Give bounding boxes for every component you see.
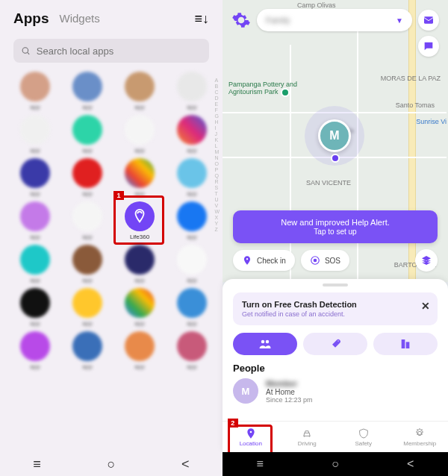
category-people-icon[interactable] (233, 333, 297, 355)
category-items-icon[interactable] (303, 333, 367, 355)
app-item[interactable]: app (169, 201, 215, 240)
chat-icon[interactable] (418, 36, 439, 57)
checkin-label: Check in (257, 257, 286, 265)
tab-label: Safety (355, 440, 372, 447)
drawer-header: Apps Widgets ≡↓ (0, 0, 223, 34)
app-item[interactable]: app (12, 288, 58, 327)
app-item[interactable]: app (116, 72, 163, 110)
app-item[interactable]: app (64, 288, 111, 327)
app-life360[interactable]: 1 Life360 (116, 201, 163, 240)
search-input[interactable] (37, 46, 202, 57)
member-map-pin[interactable]: M (318, 119, 351, 152)
life360-screen: Camp Olivas Pampanga Pottery and Agritou… (223, 0, 448, 476)
avatar: M (233, 378, 258, 404)
map-poi[interactable]: Pampanga Pottery and Agritourism Park (228, 81, 303, 97)
app-item[interactable]: app (169, 331, 215, 370)
app-item[interactable]: app (64, 115, 111, 154)
checkin-button[interactable]: Check in (233, 250, 295, 271)
person-row[interactable]: M Member At Home Since 12:23 pm (233, 378, 438, 404)
app-item[interactable]: app (64, 245, 111, 284)
highlight-box (113, 195, 164, 245)
circle-selector[interactable]: Family ▼ (257, 9, 412, 31)
people-heading: People (233, 363, 438, 374)
app-item[interactable]: app (12, 201, 58, 240)
search-bar[interactable] (13, 39, 209, 63)
app-item[interactable]: app (116, 288, 163, 327)
app-item[interactable]: app (12, 331, 58, 370)
android-nav-bar: ≡ ○ < (0, 452, 223, 476)
layers-button[interactable] (415, 249, 438, 272)
app-drawer-screen: Apps Widgets ≡↓ app app app app app app … (0, 0, 223, 476)
category-places-icon[interactable] (373, 333, 438, 355)
nav-back-icon[interactable]: < (407, 457, 414, 471)
svg-point-4 (314, 259, 317, 262)
tab-label: Membership (403, 440, 436, 447)
person-location: At Home (266, 388, 313, 396)
location-dot-icon (331, 154, 340, 163)
svg-rect-7 (402, 339, 405, 348)
svg-rect-8 (406, 342, 410, 348)
nav-recent-icon[interactable]: ≡ (257, 457, 264, 471)
app-item[interactable]: app (169, 288, 215, 327)
category-tabs (233, 333, 438, 355)
nav-back-icon[interactable]: < (181, 457, 190, 472)
app-item[interactable]: app (116, 115, 163, 154)
app-grid: app app app app app app app app app app … (0, 72, 223, 370)
messages-icon[interactable] (418, 10, 439, 31)
tab-driving[interactable]: Driving (285, 428, 329, 447)
help-alert-banner[interactable]: New and improved Help Alert. Tap to set … (233, 210, 438, 243)
circle-name: Family (266, 16, 396, 25)
app-item[interactable]: app (169, 115, 215, 154)
map-label: Camp Olivas (297, 1, 336, 9)
alpha-index[interactable]: ABCDEFGHIJKLMNOPQRSTUVWXYZ (214, 78, 220, 232)
step-badge: 1 (113, 191, 124, 200)
shield-icon (358, 428, 370, 439)
app-item[interactable]: app (169, 72, 215, 110)
sos-label: SOS (325, 257, 340, 265)
app-item[interactable]: app (64, 72, 111, 110)
badge-icon (414, 428, 426, 439)
tab-membership[interactable]: Membership (398, 428, 441, 447)
svg-line-1 (28, 52, 29, 54)
bottom-nav: 2 Location Driving Safety Membership (223, 421, 448, 452)
app-item[interactable]: app (64, 158, 111, 197)
app-item[interactable]: app (12, 72, 58, 110)
chevron-down-icon: ▼ (396, 16, 403, 25)
tab-widgets[interactable]: Widgets (60, 12, 100, 27)
sheet-handle-icon[interactable] (323, 284, 348, 286)
app-item[interactable]: app (116, 245, 163, 284)
crash-card-sub: Get notified in case of an accident. (242, 310, 357, 318)
app-item[interactable]: app (116, 331, 163, 370)
map-label: Sunrise Vi (416, 118, 447, 125)
app-item[interactable]: app (64, 331, 111, 370)
app-item[interactable]: app (169, 158, 215, 197)
map-label: Santo Tomas (396, 101, 435, 109)
search-icon (21, 46, 31, 56)
nav-home-icon[interactable]: ○ (332, 457, 339, 471)
svg-point-6 (266, 340, 270, 344)
tab-location[interactable]: 2 Location (229, 428, 273, 447)
sos-button[interactable]: SOS (301, 250, 349, 271)
nav-recent-icon[interactable]: ≡ (33, 457, 41, 472)
step-badge: 2 (228, 419, 238, 428)
banner-title: New and improved Help Alert. (281, 218, 390, 227)
tab-safety[interactable]: Safety (342, 428, 385, 447)
crash-detection-card[interactable]: Turn on Free Crash Detection Get notifie… (233, 292, 438, 325)
car-icon (301, 428, 313, 439)
android-nav-bar: ≡ ○ < (223, 452, 448, 476)
app-item[interactable]: app (169, 245, 215, 284)
app-item[interactable]: app (12, 158, 58, 197)
banner-sub: Tap to set up (314, 228, 356, 236)
svg-point-5 (261, 340, 265, 344)
quick-actions: Check in SOS (233, 249, 438, 272)
tab-apps[interactable]: Apps (13, 10, 49, 27)
close-icon[interactable]: ✕ (421, 300, 430, 312)
app-item[interactable]: app (12, 245, 58, 284)
sort-icon[interactable]: ≡↓ (194, 11, 209, 27)
tab-label: Driving (298, 440, 317, 447)
app-item[interactable]: app (64, 201, 111, 240)
gear-icon[interactable] (231, 10, 251, 30)
app-item[interactable]: app (12, 115, 58, 154)
person-since: Since 12:23 pm (266, 396, 313, 404)
nav-home-icon[interactable]: ○ (108, 457, 116, 472)
